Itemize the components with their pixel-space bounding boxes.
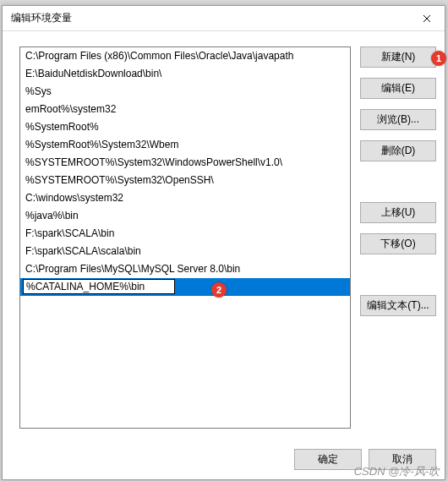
ok-button[interactable]: 确定 (294, 449, 362, 470)
move-up-button[interactable]: 上移(U) (360, 202, 436, 223)
move-down-button[interactable]: 下移(O) (360, 233, 436, 254)
list-item[interactable]: %java%\bin (20, 207, 350, 225)
list-item[interactable]: C:\windows\system32 (20, 189, 350, 207)
list-item[interactable]: C:\Program Files (x86)\Common Files\Orac… (20, 47, 350, 65)
list-item[interactable]: %SYSTEMROOT%\System32\WindowsPowerShell\… (20, 154, 350, 172)
edit-button[interactable]: 编辑(E) (360, 78, 436, 99)
edit-text-button[interactable]: 编辑文本(T)... (360, 295, 436, 316)
list-item[interactable]: %SystemRoot% (20, 118, 350, 136)
annotation-marker-2: 2 (211, 282, 227, 298)
list-item[interactable]: %Sys (20, 83, 350, 101)
list-item[interactable]: %SYSTEMROOT%\System32\OpenSSH\ (20, 172, 350, 189)
list-item[interactable]: %SystemRoot%\System32\Wbem (20, 136, 350, 154)
cancel-button[interactable]: 取消 (369, 449, 436, 470)
list-item-selected[interactable] (20, 278, 350, 296)
list-item[interactable]: C:\Program Files\MySQL\MySQL Server 8.0\… (20, 260, 350, 278)
path-listbox[interactable]: C:\Program Files (x86)\Common Files\Orac… (19, 46, 351, 429)
list-item[interactable]: F:\spark\SCALA\bin (20, 225, 350, 243)
side-button-panel: 新建(N) 编辑(E) 浏览(B)... 删除(D) 上移(U) 下移(O) 编… (360, 46, 436, 326)
dialog-footer: 确定 取消 (3, 439, 445, 479)
list-item[interactable]: E:\BaiduNetdiskDownload\bin\ (20, 65, 350, 83)
close-icon (423, 14, 431, 23)
list-item[interactable]: emRoot%\system32 (20, 101, 350, 118)
titlebar: 编辑环境变量 (3, 6, 445, 31)
annotation-marker-1: 1 (431, 51, 446, 66)
path-edit-input[interactable] (23, 279, 175, 294)
dialog-title: 编辑环境变量 (11, 11, 72, 25)
delete-button[interactable]: 删除(D) (360, 140, 436, 161)
list-item[interactable]: F:\spark\SCALA\scala\bin (20, 243, 350, 260)
close-button[interactable] (409, 7, 445, 30)
environment-variable-edit-dialog: 编辑环境变量 C:\Program Files (x86)\Common Fil… (2, 5, 445, 480)
dialog-body: C:\Program Files (x86)\Common Files\Orac… (3, 31, 445, 439)
browse-button[interactable]: 浏览(B)... (360, 109, 436, 130)
new-button[interactable]: 新建(N) (360, 46, 436, 68)
